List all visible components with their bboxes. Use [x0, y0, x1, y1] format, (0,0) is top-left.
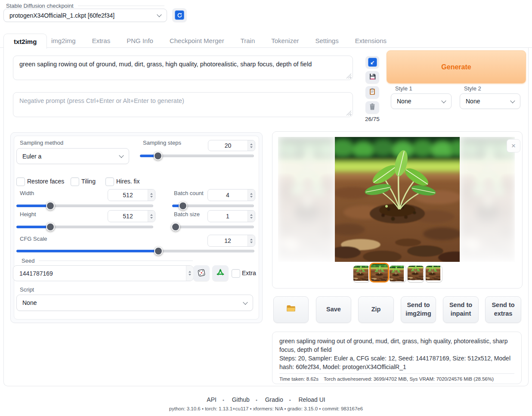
- gallery-backdrop-left: [278, 137, 335, 262]
- sampling-steps-input[interactable]: 20: [208, 140, 255, 151]
- gallery-thumbnail-4[interactable]: [408, 266, 424, 282]
- prompt-input[interactable]: green sapling rowing out of ground, mud,…: [13, 56, 353, 80]
- cfg-scale-slider[interactable]: [16, 247, 254, 255]
- tab-png-info[interactable]: PNG Info: [118, 37, 161, 44]
- footer-link-reload-ui[interactable]: Reload UI: [298, 396, 325, 403]
- close-icon: ×: [511, 142, 516, 150]
- random-seed-button[interactable]: [193, 265, 210, 281]
- footer-link-api[interactable]: API: [207, 396, 217, 403]
- sampling-method-label: Sampling method: [20, 140, 63, 146]
- seed-input[interactable]: 1441787169: [13, 265, 194, 281]
- style1-dropdown[interactable]: None: [391, 93, 452, 109]
- send-to-img2img-button[interactable]: Send to img2img: [401, 296, 436, 323]
- tab-train[interactable]: Train: [232, 37, 263, 44]
- save-style-button[interactable]: [365, 71, 379, 84]
- tab-extensions[interactable]: Extensions: [347, 37, 395, 44]
- extra-seed-label: Extra: [242, 270, 256, 276]
- batch-size-slider[interactable]: [172, 223, 254, 230]
- floppy-disk-icon: [369, 73, 376, 82]
- clear-prompt-button[interactable]: [365, 101, 379, 114]
- checkpoint-label: Stable Diffusion checkpoint: [6, 3, 74, 9]
- cfg-scale-label: CFG Scale: [20, 236, 47, 242]
- stepper-icon[interactable]: [148, 189, 155, 201]
- slider-knob[interactable]: [46, 223, 55, 231]
- restore-faces-label: Restore faces: [27, 178, 64, 185]
- send-to-inpaint-button[interactable]: Send to inpaint: [443, 296, 479, 323]
- cfg-scale-input[interactable]: 12: [207, 235, 255, 247]
- height-input[interactable]: 512: [108, 210, 155, 222]
- slider-knob[interactable]: [154, 152, 162, 160]
- hires-fix-label: Hires. fix: [116, 178, 139, 185]
- slider-knob[interactable]: [179, 202, 187, 210]
- footer-link-github[interactable]: Github: [232, 396, 250, 403]
- stepper-icon[interactable]: [148, 211, 155, 222]
- batch-size-label: Batch size: [174, 211, 200, 217]
- sampling-method-dropdown[interactable]: Euler a: [16, 148, 129, 164]
- folder-icon: [286, 305, 296, 315]
- negative-prompt-input[interactable]: Negative prompt (press Ctrl+Enter or Alt…: [13, 92, 353, 117]
- stepper-icon[interactable]: [247, 211, 255, 222]
- close-gallery-button[interactable]: ×: [507, 139, 520, 152]
- reuse-seed-button[interactable]: [212, 265, 229, 281]
- tab-tokenizer[interactable]: Tokenizer: [263, 37, 307, 44]
- stepper-icon[interactable]: [247, 235, 255, 246]
- hires-fix-checkbox[interactable]: [105, 177, 114, 186]
- resize-handle-icon[interactable]: [346, 111, 351, 115]
- refresh-icon: [175, 10, 184, 20]
- style2-dropdown[interactable]: None: [460, 93, 520, 109]
- footer-links: API• Github• Gradio• Reload UI: [0, 396, 532, 403]
- script-dropdown[interactable]: None: [16, 295, 253, 311]
- apply-style-button[interactable]: [365, 86, 379, 99]
- paste-generation-params-button[interactable]: ↙: [365, 56, 379, 68]
- generation-perf-row: Time taken: 8.62sTorch active/reserved: …: [279, 373, 514, 382]
- tiling-label: Tiling: [81, 178, 96, 185]
- generate-button[interactable]: Generate: [387, 50, 526, 84]
- zip-button[interactable]: Zip: [358, 296, 394, 323]
- gallery-thumbnail-2-selected[interactable]: [371, 264, 388, 281]
- batch-size-input[interactable]: 1: [207, 210, 255, 222]
- batch-count-slider[interactable]: [172, 202, 254, 209]
- batch-count-input[interactable]: 4: [207, 189, 255, 201]
- footer-link-gradio[interactable]: Gradio: [265, 396, 283, 403]
- style1-label: Style 1: [395, 85, 412, 92]
- checkpoint-value: protogenX34OfficialR_1.ckpt [60fe2f34]: [9, 12, 114, 19]
- checkpoint-dropdown[interactable]: protogenX34OfficialR_1.ckpt [60fe2f34]: [3, 9, 167, 22]
- width-slider[interactable]: [16, 202, 153, 209]
- width-label: Width: [20, 190, 34, 196]
- sampling-steps-slider[interactable]: [140, 152, 254, 159]
- slider-knob[interactable]: [171, 223, 180, 231]
- height-slider[interactable]: [16, 223, 153, 230]
- send-to-extras-button[interactable]: Send to extras: [485, 296, 521, 323]
- generated-image-preview[interactable]: [335, 137, 460, 262]
- tab-txt2img[interactable]: txt2img: [3, 34, 47, 49]
- chevron-down-icon: [157, 12, 161, 17]
- tab-checkpoint-merger[interactable]: Checkpoint Merger: [161, 37, 232, 44]
- stepper-icon[interactable]: [186, 266, 193, 281]
- extra-seed-checkbox[interactable]: [232, 269, 240, 278]
- negative-prompt-placeholder: Negative prompt (press Ctrl+Enter or Alt…: [19, 97, 184, 104]
- tab-list: img2img Extras PNG Info Checkpoint Merge…: [43, 34, 395, 48]
- gallery-thumbnail-1[interactable]: [353, 266, 370, 282]
- slider-knob[interactable]: [46, 202, 55, 210]
- script-label: Script: [20, 286, 34, 293]
- save-button[interactable]: Save: [316, 296, 351, 323]
- tiling-checkbox[interactable]: [71, 177, 79, 186]
- width-input[interactable]: 512: [108, 189, 155, 201]
- batch-count-label: Batch count: [174, 190, 204, 196]
- stepper-icon[interactable]: [247, 189, 255, 201]
- tab-settings[interactable]: Settings: [307, 37, 346, 44]
- restore-faces-checkbox[interactable]: [16, 177, 25, 186]
- dice-icon: [197, 268, 206, 279]
- open-folder-button[interactable]: [273, 296, 309, 323]
- resize-handle-icon[interactable]: [346, 74, 351, 78]
- gallery-backdrop-right: [460, 137, 515, 262]
- tab-img2img[interactable]: img2img: [43, 37, 84, 44]
- prompt-text: green sapling rowing out of ground, mud,…: [19, 61, 312, 68]
- gallery-thumbnail-3[interactable]: [390, 266, 406, 282]
- stepper-icon[interactable]: [247, 140, 255, 151]
- refresh-checkpoint-button[interactable]: [172, 8, 187, 22]
- slider-knob[interactable]: [154, 247, 163, 255]
- divider: [78, 6, 164, 6]
- gallery-thumbnail-5[interactable]: [426, 266, 442, 282]
- tab-extras[interactable]: Extras: [84, 37, 119, 44]
